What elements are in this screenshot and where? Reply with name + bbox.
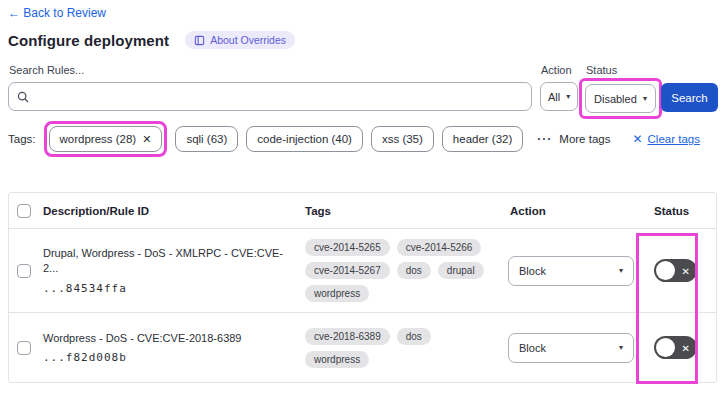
toggle-x-icon: ✕: [682, 265, 690, 276]
rule-tags: cve-2014-5265 cve-2014-5266 cve-2014-526…: [305, 239, 500, 302]
tag-filter-code-injection[interactable]: code-injection (40): [246, 126, 363, 152]
rule-tag-chip: dos: [397, 328, 431, 345]
tag-filter-wordpress[interactable]: wordpress (28) ✕: [49, 126, 163, 152]
select-all-checkbox[interactable]: [17, 204, 31, 218]
search-icon: [17, 91, 29, 103]
rule-tag-chip: dos: [397, 262, 431, 279]
rule-description: Drupal, Wordpress - DoS - XMLRPC - CVE:C…: [43, 246, 297, 276]
rule-tag-chip: cve-2014-5267: [305, 262, 390, 279]
more-tags-button[interactable]: ··· More tags: [537, 132, 610, 146]
search-rules-label: Search Rules...: [9, 64, 84, 76]
status-filter-dropdown[interactable]: Disabled ▾: [585, 84, 656, 113]
tag-filter-header[interactable]: header (32): [442, 126, 523, 152]
toggle-knob: [656, 338, 675, 357]
action-filter-dropdown[interactable]: All ▾: [540, 82, 578, 111]
more-tags-label: More tags: [559, 133, 610, 145]
rule-tag-chip: wordpress: [305, 351, 369, 368]
action-select[interactable]: Block ▾: [508, 333, 634, 363]
table-header-row: Description/Rule ID Tags Action Status: [9, 193, 716, 229]
chevron-down-icon: ▾: [619, 343, 623, 352]
tag-filter-label: wordpress (28): [60, 133, 137, 145]
rule-description: Wordpress - DoS - CVE:CVE-2018-6389: [43, 331, 297, 346]
page-title: Configure deployment: [8, 32, 169, 49]
tags-label: Tags:: [8, 133, 36, 145]
chevron-down-icon: ▾: [619, 266, 623, 275]
clear-tags-label: Clear tags: [648, 133, 700, 145]
action-select-value: Block: [519, 342, 546, 354]
search-rules-input[interactable]: [35, 91, 523, 103]
action-select[interactable]: Block ▾: [508, 256, 634, 286]
rule-tags: cve-2018-6389 dos wordpress: [305, 328, 500, 368]
about-overrides-label: About Overrides: [210, 34, 286, 46]
table-row: Drupal, Wordpress - DoS - XMLRPC - CVE:C…: [9, 229, 716, 313]
close-icon: ✕: [632, 132, 642, 146]
tags-filter-bar: Tags: wordpress (28) ✕ sqli (63) code-in…: [8, 121, 700, 157]
action-filter-value: All: [548, 91, 560, 103]
table-row: Wordpress - DoS - CVE:CVE-2018-6389 ...f…: [9, 313, 716, 382]
tag-filter-xss[interactable]: xss (35): [371, 126, 434, 152]
column-header-description: Description/Rule ID: [39, 205, 301, 217]
action-select-value: Block: [519, 265, 546, 277]
rule-tag-chip: cve-2018-6389: [305, 328, 390, 345]
column-header-status: Status: [642, 205, 716, 217]
column-header-tags: Tags: [301, 205, 504, 217]
remove-tag-icon[interactable]: ✕: [142, 133, 151, 146]
title-row: Configure deployment About Overrides: [8, 31, 295, 49]
status-filter-highlight: Disabled ▾: [579, 78, 662, 119]
action-label: Action: [541, 64, 572, 76]
rule-tag-chip: wordpress: [305, 285, 369, 302]
rule-id: ...f82d008b: [43, 351, 297, 364]
status-toggle-off[interactable]: ✕: [654, 259, 697, 282]
configure-deployment-page: ← Back to Review Configure deployment Ab…: [0, 0, 725, 406]
selected-tag-highlight: wordpress (28) ✕: [44, 121, 168, 157]
search-button[interactable]: Search: [661, 83, 718, 112]
toggle-knob: [656, 261, 675, 280]
clear-tags-link[interactable]: ✕ Clear tags: [632, 132, 699, 146]
column-header-action: Action: [504, 205, 642, 217]
rule-tag-chip: cve-2014-5266: [397, 239, 482, 256]
rule-tag-chip: drupal: [438, 262, 484, 279]
status-filter-value: Disabled: [594, 93, 637, 105]
status-toggle-off[interactable]: ✕: [654, 336, 697, 359]
search-rules-field[interactable]: [8, 82, 532, 111]
tag-filter-sqli[interactable]: sqli (63): [175, 126, 238, 152]
row-checkbox[interactable]: [17, 341, 31, 355]
about-overrides-badge[interactable]: About Overrides: [185, 31, 295, 49]
rule-tag-chip: cve-2014-5265: [305, 239, 390, 256]
book-icon: [194, 35, 205, 46]
rules-table: Description/Rule ID Tags Action Status D…: [8, 192, 717, 383]
rule-id: ...84534ffa: [43, 282, 297, 295]
chevron-down-icon: ▾: [643, 94, 647, 103]
row-checkbox[interactable]: [17, 264, 31, 278]
chevron-down-icon: ▾: [566, 92, 570, 101]
status-label: Status: [586, 64, 617, 76]
back-to-review-link[interactable]: ← Back to Review: [8, 6, 106, 20]
toggle-x-icon: ✕: [682, 342, 690, 353]
ellipsis-icon: ···: [537, 132, 552, 146]
